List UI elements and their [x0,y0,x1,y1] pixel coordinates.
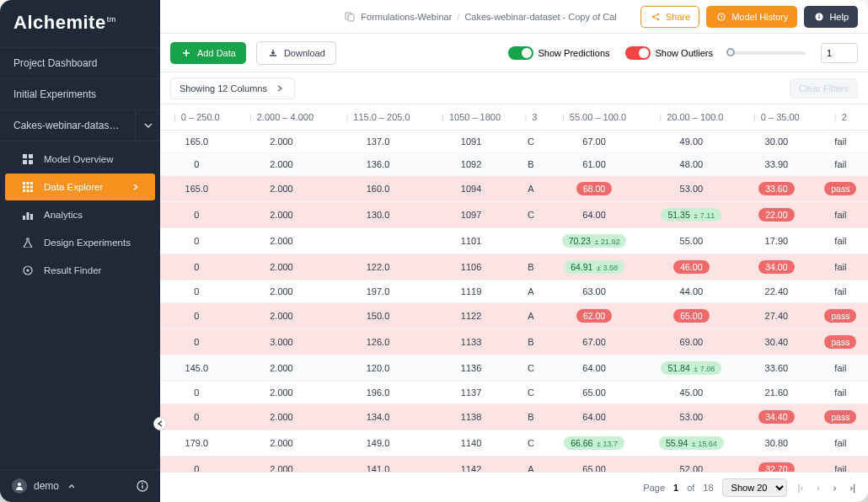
table-row[interactable]: 02.000134.01138B64.0053.0034.40pass [160,404,868,430]
table-row[interactable]: 02.000196.01137C65.0045.0021.60fail [160,382,868,404]
svg-rect-23 [348,14,354,21]
threshold-slider[interactable] [728,51,806,55]
info-icon[interactable] [137,480,148,492]
nav-initial-experiments[interactable]: Initial Experiments [0,78,160,109]
cell: C [516,355,545,382]
cell: 2.000 [233,131,330,153]
column-header[interactable]: |55.00 – 100.0 [545,104,642,131]
column-header[interactable]: |1050 – 1800 [426,104,517,131]
page-first-button[interactable]: |‹ [796,483,806,493]
page-last-button[interactable]: ›| [847,483,858,493]
page-next-button[interactable]: › [831,483,839,493]
svg-point-30 [819,14,820,15]
sidebar-collapse-handle[interactable] [153,417,167,430]
column-header[interactable]: |3 [516,104,545,131]
table-row[interactable]: 02.000197.01119A63.0044.0022.40fail [160,280,868,303]
cell: fail [813,254,868,280]
subnav-data-explorer[interactable]: Data Explorer [5,174,155,200]
table-row[interactable]: 02.000141.01142A65.0052.0032.70fail [160,457,868,473]
columns-selector[interactable]: Showing 12 Columns [170,77,295,99]
column-header[interactable]: |0 – 35.00 [740,104,813,131]
subnav-label: Analytics [44,210,83,220]
model-history-button[interactable]: Model History [706,6,797,28]
cell: C [516,382,545,404]
cell: 34.00 [740,254,813,280]
column-header[interactable]: |2.000 – 4.000 [233,104,330,131]
show-outliers-toggle[interactable] [625,46,651,60]
svg-point-17 [27,270,29,272]
cell: 2.000 [233,202,330,228]
cell: 150.0 [330,303,426,329]
nav-project-dashboard[interactable]: Project Dashboard [0,47,160,78]
show-predictions-toggle[interactable] [508,46,533,60]
table-row[interactable]: 03.000126.01133B67.0069.0030.40pass [160,329,868,355]
column-header[interactable]: |2 [813,104,868,131]
column-header[interactable]: |115.0 – 205.0 [330,104,426,131]
cell: 62.00 [545,303,642,329]
svg-rect-14 [27,212,29,220]
download-label: Download [284,48,325,58]
flask-icon [22,237,34,248]
help-button[interactable]: Help [804,6,858,28]
cell: 0 [160,329,233,355]
page-total: 18 [703,483,713,493]
table-row[interactable]: 02.000110170.23 ± 21.9255.0017.90fail [160,228,868,254]
dataset-selector[interactable]: Cakes-webinar-datase...ned [0,109,160,142]
table-row[interactable]: 02.000150.01122A62.0065.0027.40pass [160,303,868,329]
column-header[interactable]: |0 – 250.0 [160,104,233,131]
dataset-chevron[interactable] [135,110,160,141]
cell: 2.000 [233,228,330,254]
subnav-design-experiments[interactable]: Design Experiments [5,229,155,256]
svg-rect-4 [23,182,25,184]
cell: 51.35 ± 7.11 [643,202,740,228]
user-menu[interactable]: demo [12,478,78,494]
subnav-model-overview[interactable]: Model Overview [5,146,155,173]
page-size-select[interactable]: Show 20 [722,478,787,497]
breadcrumb-current[interactable]: Cakes-webinar-dataset - Copy of Cal [464,12,616,22]
threshold-input[interactable] [821,43,858,63]
data-grid[interactable]: |0 – 250.0|2.000 – 4.000|115.0 – 205.0|1… [160,104,868,472]
cell: 2.000 [233,404,330,430]
table-row[interactable]: 165.02.000160.01094A68.0053.0033.60pass [160,176,868,202]
cell: 2.000 [233,430,330,457]
cell: fail [813,202,868,228]
chevron-right-icon [274,83,286,94]
chevron-up-icon [66,480,78,492]
breadcrumb-parent[interactable]: Formulations-Webinar [361,12,452,22]
cell: 1119 [426,280,517,303]
cell: 126.0 [330,329,426,355]
cell: 49.00 [643,131,740,153]
add-data-label: Add Data [197,48,236,58]
column-header[interactable]: |20.00 – 100.0 [643,104,740,131]
grid-icon [22,181,34,193]
sub-nav: Model Overview Data Explorer Analytics D… [0,145,160,285]
table-row[interactable]: 02.000122.01106B64.91 ± 3.5846.0034.00fa… [160,254,868,280]
cell: 21.60 [740,382,813,404]
dataset-name: Cakes-webinar-datase...ned [0,110,135,141]
cell: B [516,404,545,430]
svg-rect-0 [23,154,27,158]
add-data-button[interactable]: Add Data [170,42,246,64]
table-row[interactable]: 145.02.000120.01136C64.0051.84 ± 7.0833.… [160,355,868,382]
cell: A [516,303,545,329]
subnav-result-finder[interactable]: Result Finder [5,257,155,284]
table-row[interactable]: 179.02.000149.01140C66.66 ± 13.755.94 ± … [160,430,868,457]
breadcrumb: Formulations-Webinar / Cakes-webinar-dat… [344,11,616,23]
cell: 65.00 [545,457,642,473]
share-button[interactable]: Share [640,6,699,28]
cell: 2.000 [233,355,330,382]
page-prev-button[interactable]: ‹ [814,483,822,493]
clear-filters-button[interactable]: Clear Filters [790,78,858,99]
subnav-analytics[interactable]: Analytics [5,201,155,228]
table-row[interactable]: 02.000136.01092B61.0048.0033.90fail [160,153,868,176]
cell: 2.000 [233,382,330,404]
table-row[interactable]: 165.02.000137.01091C67.0049.0030.00fail [160,131,868,153]
svg-rect-11 [27,190,29,192]
breadcrumb-sep: / [457,12,459,22]
cell: C [516,202,545,228]
svg-rect-7 [23,186,25,189]
cell: 53.00 [643,404,740,430]
table-row[interactable]: 02.000130.01097C64.0051.35 ± 7.1122.00fa… [160,202,868,228]
download-button[interactable]: Download [256,41,336,65]
cell: 130.0 [330,202,426,228]
